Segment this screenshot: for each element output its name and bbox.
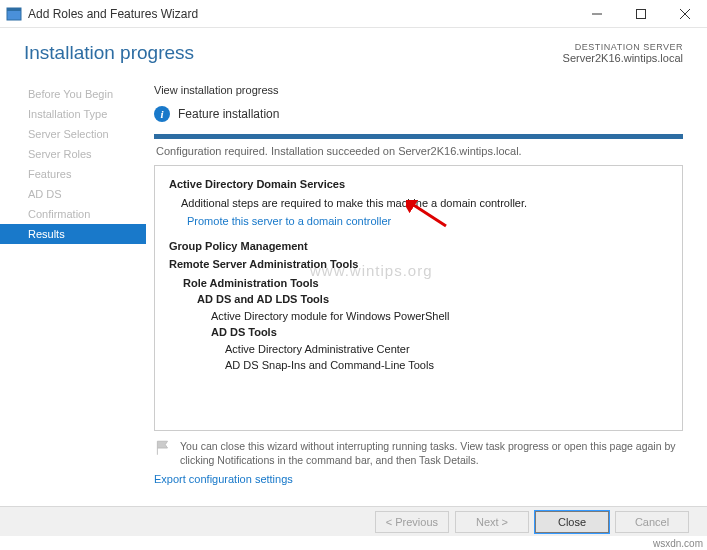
info-icon: i: [154, 106, 170, 122]
hint-row: You can close this wizard without interr…: [154, 439, 683, 467]
minimize-button[interactable]: [575, 0, 619, 28]
adds-title: Active Directory Domain Services: [169, 176, 668, 193]
wizard-steps-sidebar: Before You Begin Installation Type Serve…: [0, 72, 146, 485]
snapins-label: AD DS Snap-Ins and Command-Line Tools: [225, 357, 668, 374]
hint-text: You can close this wizard without interr…: [180, 439, 683, 467]
page-title: Installation progress: [24, 42, 194, 64]
sidebar-item-results: Results: [0, 224, 146, 244]
sidebar-item-server-roles: Server Roles: [0, 144, 146, 164]
sidebar-item-ad-ds: AD DS: [0, 184, 146, 204]
admod-label: Active Directory module for Windows Powe…: [211, 308, 668, 325]
destination-server-name: Server2K16.wintips.local: [563, 52, 683, 64]
destination-label: DESTINATION SERVER: [563, 42, 683, 52]
sidebar-item-features: Features: [0, 164, 146, 184]
adds-tools-label: AD DS Tools: [211, 324, 668, 341]
site-credit: wsxdn.com: [653, 538, 703, 549]
flag-icon: [154, 439, 172, 457]
maximize-button[interactable]: [619, 0, 663, 28]
wizard-footer: < Previous Next > Close Cancel: [0, 506, 707, 536]
destination-server: DESTINATION SERVER Server2K16.wintips.lo…: [563, 42, 683, 64]
titlebar: Add Roles and Features Wizard: [0, 0, 707, 28]
view-progress-label: View installation progress: [154, 84, 683, 96]
titlebar-text: Add Roles and Features Wizard: [28, 7, 575, 21]
sidebar-item-confirmation: Confirmation: [0, 204, 146, 224]
feature-installation-status: Feature installation: [178, 107, 279, 121]
svg-rect-3: [637, 10, 646, 19]
adds-subtext: Additional steps are required to make th…: [181, 195, 668, 212]
configuration-message: Configuration required. Installation suc…: [154, 145, 683, 157]
gpm-label: Group Policy Management: [169, 238, 668, 255]
wizard-icon: [6, 6, 22, 22]
sidebar-item-server-selection: Server Selection: [0, 124, 146, 144]
results-box[interactable]: Active Directory Domain Services Additio…: [154, 165, 683, 431]
svg-rect-1: [7, 8, 21, 11]
progress-bar: [154, 134, 683, 139]
next-button: Next >: [455, 511, 529, 533]
close-button[interactable]: [663, 0, 707, 28]
adac-label: Active Directory Administrative Center: [225, 341, 668, 358]
sidebar-item-before-you-begin: Before You Begin: [0, 84, 146, 104]
promote-server-link[interactable]: Promote this server to a domain controll…: [187, 213, 391, 230]
sidebar-item-installation-type: Installation Type: [0, 104, 146, 124]
export-config-link[interactable]: Export configuration settings: [154, 473, 683, 485]
watermark: www.wintips.org: [310, 262, 433, 279]
lds-label: AD DS and AD LDS Tools: [197, 291, 668, 308]
previous-button: < Previous: [375, 511, 449, 533]
cancel-button: Cancel: [615, 511, 689, 533]
close-wizard-button[interactable]: Close: [535, 511, 609, 533]
